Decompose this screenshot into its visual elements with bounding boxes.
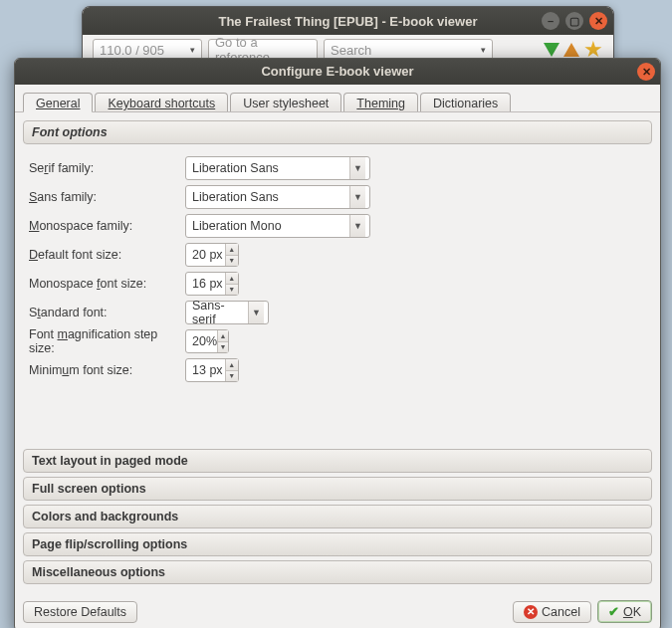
cancel-button[interactable]: ✕ Cancel (513, 601, 591, 623)
section-text-layout[interactable]: Text layout in paged mode (23, 449, 652, 473)
ok-button[interactable]: ✔ OK (597, 600, 652, 623)
spin-up-icon[interactable]: ▲ (226, 273, 238, 285)
prev-icon[interactable] (563, 43, 579, 57)
tab-theming[interactable]: Theming (343, 93, 418, 111)
font-options-group: Serif family: Liberation Sans ▼ Sans fam… (23, 150, 652, 449)
cancel-icon: ✕ (524, 605, 538, 619)
position-value: 110.0 / 905 (100, 43, 164, 58)
configure-dialog: Configure E-book viewer ✕ General Keyboa… (14, 58, 661, 628)
viewer-titlebar: The Frailest Thing [EPUB] - E-book viewe… (83, 7, 613, 35)
dialog-titlebar: Configure E-book viewer ✕ (15, 59, 660, 85)
maximize-icon[interactable]: ▢ (565, 12, 583, 30)
monospace-family-combo[interactable]: Liberation Mono ▼ (185, 214, 370, 238)
standard-font-value: Sans-serif (192, 299, 244, 326)
section-misc[interactable]: Miscellaneous options (23, 560, 652, 584)
next-icon[interactable] (544, 43, 560, 57)
restore-defaults-button[interactable]: Restore Defaults (23, 601, 137, 623)
spin-down-icon[interactable]: ▼ (218, 342, 228, 353)
font-mag-step-value: 20% (192, 334, 217, 348)
monospace-font-size-value: 16 px (192, 277, 225, 291)
monospace-font-size-spin[interactable]: 16 px ▲▼ (185, 272, 239, 296)
font-mag-step-spin[interactable]: 20% ▲▼ (185, 329, 229, 353)
serif-family-label: Serif family: (29, 161, 185, 175)
chevron-down-icon[interactable]: ▼ (349, 157, 365, 179)
standard-font-label: Standard font: (29, 306, 185, 319)
tab-dictionaries[interactable]: Dictionaries (420, 93, 511, 111)
default-font-size-spin[interactable]: 20 px ▲▼ (185, 243, 239, 267)
chevron-down-icon[interactable]: ▼ (349, 215, 365, 237)
dialog-button-row: Restore Defaults ✕ Cancel ✔ OK (15, 594, 660, 628)
viewer-title: The Frailest Thing [EPUB] - E-book viewe… (83, 14, 613, 29)
section-full-screen[interactable]: Full screen options (23, 477, 652, 501)
tab-user-stylesheet[interactable]: User stylesheet (230, 93, 341, 111)
serif-family-value: Liberation Sans (192, 161, 345, 175)
section-page-flip[interactable]: Page flip/scrolling options (23, 532, 652, 556)
section-colors[interactable]: Colors and backgrounds (23, 505, 652, 528)
standard-font-combo[interactable]: Sans-serif ▼ (185, 301, 269, 324)
spin-up-icon[interactable]: ▲ (226, 359, 238, 371)
default-font-size-value: 20 px (192, 248, 225, 262)
minimum-font-size-spin[interactable]: 13 px ▲▼ (185, 358, 239, 382)
spin-up-icon[interactable]: ▲ (226, 244, 238, 256)
search-placeholder: Search (331, 43, 371, 58)
font-mag-step-label: Font magnification step size: (29, 327, 185, 355)
chevron-down-icon[interactable]: ▼ (349, 186, 365, 208)
dialog-title: Configure E-book viewer (261, 64, 413, 79)
monospace-family-value: Liberation Mono (192, 219, 345, 233)
spin-down-icon[interactable]: ▼ (226, 256, 238, 267)
dialog-close-icon[interactable]: ✕ (637, 63, 655, 81)
serif-family-combo[interactable]: Liberation Sans ▼ (185, 156, 370, 180)
spin-down-icon[interactable]: ▼ (226, 285, 238, 296)
chevron-down-icon[interactable]: ▼ (248, 302, 264, 323)
default-font-size-label: Default font size: (29, 248, 185, 262)
monospace-family-label: Monospace family: (29, 219, 185, 233)
minimum-font-size-label: Minimum font size: (29, 363, 185, 377)
tab-general-body: Font options Serif family: Liberation Sa… (15, 112, 660, 594)
bookmark-icon[interactable]: ★ (583, 41, 603, 59)
check-icon: ✔ (608, 604, 619, 619)
spin-up-icon[interactable]: ▲ (218, 330, 228, 342)
minimize-icon[interactable]: – (542, 12, 560, 30)
section-font-options[interactable]: Font options (23, 120, 652, 144)
sans-family-value: Liberation Sans (192, 190, 345, 204)
close-icon[interactable]: ✕ (589, 12, 607, 30)
minimum-font-size-value: 13 px (192, 363, 225, 377)
tab-general[interactable]: General (23, 93, 93, 112)
spin-down-icon[interactable]: ▼ (226, 371, 238, 382)
tab-bar: General Keyboard shortcuts User styleshe… (15, 85, 660, 112)
sans-family-combo[interactable]: Liberation Sans ▼ (185, 185, 370, 209)
sans-family-label: Sans family: (29, 190, 185, 204)
monospace-font-size-label: Monospace font size: (29, 277, 185, 291)
tab-keyboard-shortcuts[interactable]: Keyboard shortcuts (95, 93, 228, 111)
